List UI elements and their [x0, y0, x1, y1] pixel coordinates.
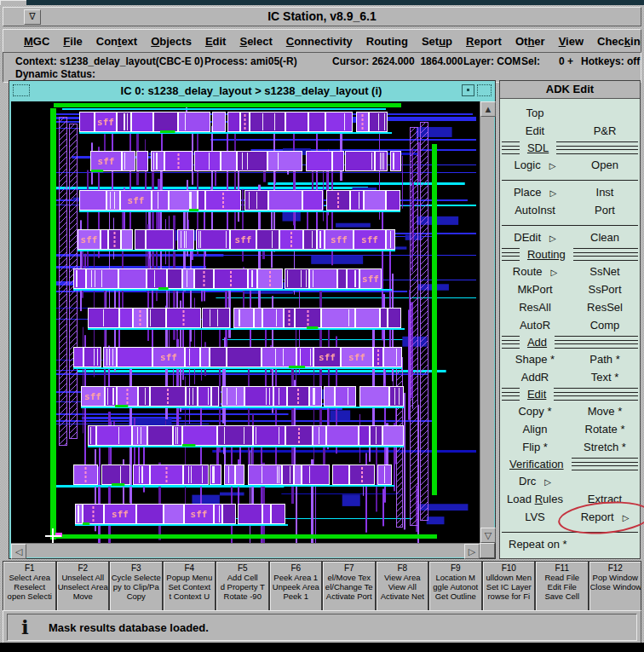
- menu-connectivity[interactable]: Connectivity: [286, 35, 353, 48]
- fkey-label: F8: [377, 563, 428, 573]
- palette-item-place[interactable]: Place▷: [500, 183, 570, 201]
- window-titlebar[interactable]: ∇ IC Station, v8.9_6.1: [3, 7, 641, 26]
- canvas-window-menu-icon[interactable]: [13, 84, 30, 96]
- palette-item-autor[interactable]: AutoR: [500, 316, 570, 334]
- menu-routing[interactable]: Routing: [366, 35, 408, 48]
- fkey-f6[interactable]: F6Peek Area 1Unpeek AreaPeek 1: [270, 562, 322, 610]
- menu-file[interactable]: File: [63, 35, 82, 48]
- menu-objects[interactable]: Objects: [151, 35, 192, 48]
- horizontal-scrollbar[interactable]: ◁ ▷: [11, 543, 480, 557]
- menu-report[interactable]: Report: [466, 35, 502, 48]
- palette-item-logic[interactable]: Logic▷: [500, 156, 570, 174]
- menu-mgc[interactable]: MGC: [24, 35, 49, 48]
- layout-canvas[interactable]: [11, 101, 480, 543]
- palette-item-edit[interactable]: Edit: [500, 122, 570, 140]
- palette-item-autoinst[interactable]: AutoInst: [500, 201, 570, 219]
- palette-item-ssnet[interactable]: SsNet: [570, 263, 640, 280]
- palette-body: TopEditP&RSDLLogic▷OpenPlace▷InstAutoIns…: [500, 99, 640, 553]
- palette-section-label: Routing: [520, 247, 573, 262]
- palette-item-path[interactable]: Path *: [570, 350, 640, 368]
- fkey-f9[interactable]: F9Location Mggle AutonotGet Outline: [429, 562, 481, 610]
- menu-edit[interactable]: Edit: [205, 35, 227, 48]
- palette-item-rotate[interactable]: Rotate *: [570, 420, 640, 438]
- palette-row: Shape *Path *: [500, 350, 640, 368]
- palette-item-copy[interactable]: Copy *: [500, 402, 570, 420]
- palette-item-text[interactable]: Text *: [570, 368, 640, 386]
- fkey-action-label: el/Change Te: [324, 582, 375, 591]
- palette-item-open[interactable]: Open: [570, 156, 640, 174]
- menubar: MGCFileContextObjectsEditSelectConnectiv…: [3, 29, 641, 53]
- status-process: Process: ami05(-R): [204, 55, 297, 67]
- palette-title[interactable]: ADK Edit: [500, 81, 640, 99]
- vertical-scrollbar[interactable]: ▲ ▽: [480, 101, 494, 543]
- menu-setup[interactable]: Setup: [422, 35, 452, 48]
- palette-item-ssport[interactable]: SsPort: [570, 280, 640, 298]
- fkey-f7[interactable]: F7el/Move Texel/Change TeActivate Port: [323, 562, 375, 610]
- menu-other[interactable]: Other: [515, 35, 545, 48]
- fkey-f5[interactable]: F5Add Celld Property TRotate -90: [216, 562, 268, 610]
- palette-item-p-r[interactable]: P&R: [570, 122, 640, 140]
- fkey-action-label: Unselect All: [58, 573, 109, 582]
- palette-item-shape[interactable]: Shape *: [500, 350, 570, 368]
- fkey-f4[interactable]: F4Popup MenuSet Contextt Context U: [164, 562, 216, 610]
- layout-viewport-window: IC 0: s1238_delay_layout > s1238_delay_l…: [9, 80, 496, 559]
- menu-context[interactable]: Context: [96, 35, 137, 48]
- fkey-f12[interactable]: F12Pop WindowClose Window: [589, 562, 641, 610]
- palette-item-move[interactable]: Move *: [570, 402, 640, 420]
- submenu-arrow-icon: ▷: [549, 234, 556, 243]
- palette-item-dedit[interactable]: DEdit▷: [500, 228, 570, 246]
- fkey-label: F5: [217, 563, 268, 573]
- fkey-label: F6: [271, 563, 322, 573]
- fkey-f10[interactable]: F10ulldown MenSet IC Layerrowse for Fi: [483, 562, 535, 610]
- palette-item-inst[interactable]: Inst: [570, 183, 640, 201]
- palette-item-drc[interactable]: Drc▷: [500, 472, 570, 490]
- fkey-f8[interactable]: F8View AreaView AllActivate Net: [377, 562, 428, 610]
- palette-row: Top: [500, 104, 640, 122]
- fkey-action-label: Activate Port: [324, 591, 375, 601]
- palette-item-route[interactable]: Route▷: [500, 263, 570, 280]
- palette-item-ressel[interactable]: ResSel: [570, 298, 640, 316]
- fkey-label: F10: [484, 563, 535, 573]
- palette-item-port[interactable]: Port: [570, 201, 640, 219]
- palette-empty-cell: [570, 472, 640, 490]
- palette-item-clean[interactable]: Clean: [570, 228, 640, 246]
- palette-item-comp[interactable]: Comp: [570, 316, 640, 334]
- palette-divider: [502, 174, 638, 181]
- palette-item-stretch[interactable]: Stretch *: [570, 438, 640, 456]
- palette-empty-cell: [570, 104, 640, 122]
- fkey-action-label: Rotate -90: [217, 591, 268, 601]
- fkey-action-label: d Property T: [217, 582, 268, 591]
- palette-item-flip[interactable]: Flip *: [500, 438, 570, 456]
- fkey-action-label: Unpeek Area: [271, 582, 322, 591]
- fkey-f1[interactable]: F1Select AreaReselectopen Selecti: [3, 562, 55, 610]
- fkey-action-label: ulldown Men: [484, 573, 535, 582]
- scroll-right-icon[interactable]: ▷: [464, 544, 480, 559]
- scroll-down-icon[interactable]: ▽: [480, 528, 496, 543]
- menu-view[interactable]: View: [559, 35, 584, 48]
- palette-section-routing: Routing: [500, 247, 640, 262]
- canvas-window-titlebar[interactable]: IC 0: s1238_delay_layout > s1238_delay_l…: [11, 83, 492, 100]
- palette-item-repeat-on[interactable]: Repeat on *: [500, 535, 570, 553]
- canvas-window-restore-icon[interactable]: [462, 84, 474, 96]
- menu-select[interactable]: Select: [239, 35, 272, 48]
- fkey-action-label: Set IC Layer: [484, 582, 535, 591]
- palette-item-load-rules[interactable]: Load Rules: [500, 490, 570, 508]
- palette-item-align[interactable]: Align: [500, 420, 570, 438]
- menu-checking[interactable]: Checking: [597, 35, 641, 48]
- palette-item-report[interactable]: Report▷: [570, 508, 640, 526]
- palette-item-top[interactable]: Top: [500, 104, 570, 122]
- fkey-label: F11: [537, 563, 588, 573]
- canvas-window-maximize-icon[interactable]: [477, 84, 492, 96]
- palette-item-addr[interactable]: AddR: [500, 368, 570, 386]
- scroll-left-icon[interactable]: ◁: [11, 544, 26, 559]
- palette-item-mkport[interactable]: MkPort: [500, 280, 570, 298]
- fkey-f3[interactable]: F3Cycle Selectepy to Clip/PaCopy: [110, 562, 162, 610]
- scrollbar-corner[interactable]: [480, 543, 495, 558]
- fkey-f11[interactable]: F11Read FileEdit FileSave Cell: [536, 562, 588, 610]
- function-key-bar: F1Select AreaReselectopen SelectiF2Unsel…: [3, 561, 641, 611]
- fkey-f2[interactable]: F2Unselect AllUnselect AreaMove: [57, 562, 109, 610]
- scroll-up-icon[interactable]: ▲: [480, 101, 496, 117]
- palette-section-label: Edit: [520, 387, 554, 401]
- palette-item-resall[interactable]: ResAll: [500, 298, 570, 316]
- fkey-action-label: Read File: [537, 573, 588, 582]
